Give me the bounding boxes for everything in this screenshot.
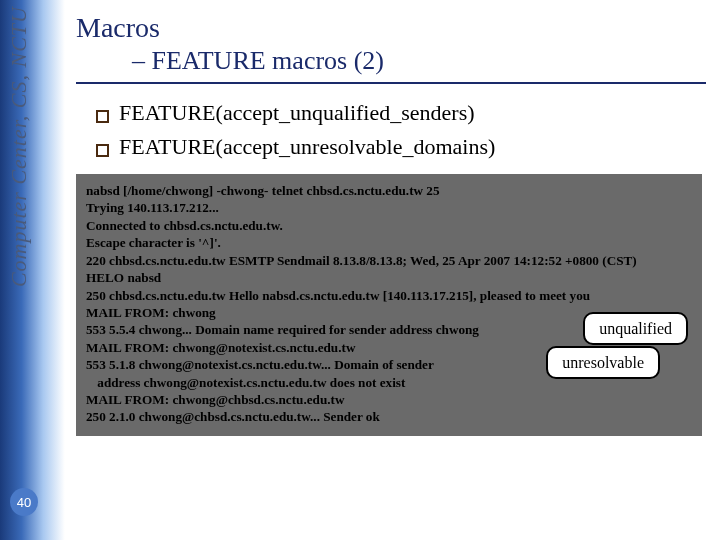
slide-title: Macros xyxy=(76,12,706,44)
terminal-line: Connected to chbsd.cs.nctu.edu.tw. xyxy=(86,217,692,234)
terminal-line: Trying 140.113.17.212... xyxy=(86,199,692,216)
bullet-item: FEATURE(accept_unqualified_senders) xyxy=(96,100,706,126)
bullet-item: FEATURE(accept_unresolvable_domains) xyxy=(96,134,706,160)
page-number-badge: 40 xyxy=(10,488,38,516)
content-area: Macros – FEATURE macros (2) FEATURE(acce… xyxy=(76,12,706,436)
square-bullet-icon xyxy=(96,144,109,157)
institution-label: Computer Center, CS, NCTU xyxy=(6,6,32,287)
terminal-output: nabsd [/home/chwong] -chwong- telnet chb… xyxy=(76,174,702,436)
bullet-text: FEATURE(accept_unqualified_senders) xyxy=(119,100,475,126)
terminal-line: 220 chbsd.cs.nctu.edu.tw ESMTP Sendmail … xyxy=(86,252,692,269)
square-bullet-icon xyxy=(96,110,109,123)
bullet-list: FEATURE(accept_unqualified_senders) FEAT… xyxy=(96,100,706,160)
bullet-text: FEATURE(accept_unresolvable_domains) xyxy=(119,134,495,160)
slide-subtitle: – FEATURE macros (2) xyxy=(132,46,706,76)
terminal-line: MAIL FROM: chwong@chbsd.cs.nctu.edu.tw xyxy=(86,391,692,408)
terminal-line: 250 chbsd.cs.nctu.edu.tw Hello nabsd.cs.… xyxy=(86,287,692,304)
slide: Computer Center, CS, NCTU 40 Macros – FE… xyxy=(0,0,720,540)
terminal-line: 250 2.1.0 chwong@chbsd.cs.nctu.edu.tw...… xyxy=(86,408,692,425)
terminal-line: nabsd [/home/chwong] -chwong- telnet chb… xyxy=(86,182,692,199)
title-divider xyxy=(76,82,706,84)
callout-unresolvable: unresolvable xyxy=(546,346,660,379)
callout-unqualified: unqualified xyxy=(583,312,688,345)
terminal-line: HELO nabsd xyxy=(86,269,692,286)
terminal-line: Escape character is '^]'. xyxy=(86,234,692,251)
